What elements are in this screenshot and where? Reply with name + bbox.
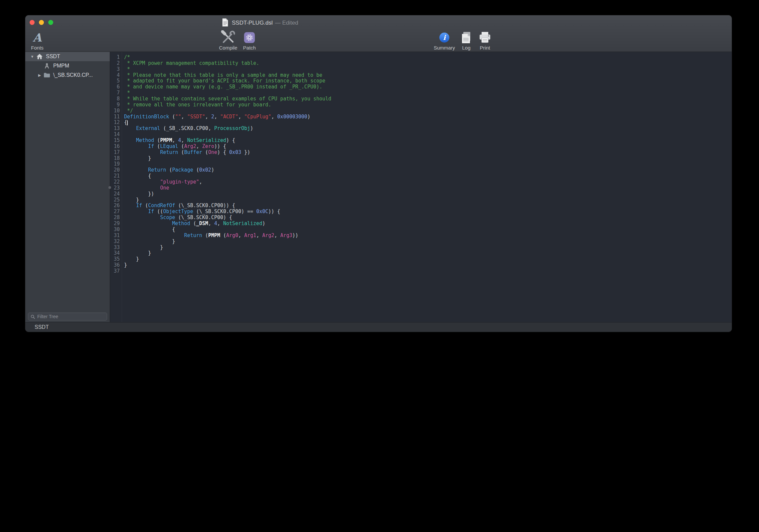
app-window: SSDT-PLUG.dsl— Edited A Fonts Compile xyxy=(25,15,732,332)
code-line[interactable]: } xyxy=(124,256,732,262)
print-button[interactable]: Print xyxy=(475,30,495,51)
line-number: 5 xyxy=(110,78,122,84)
summary-button[interactable]: i Summary xyxy=(428,30,460,51)
code-line[interactable]: */ xyxy=(124,108,732,114)
disclosure-triangle-icon[interactable]: ▼ xyxy=(29,55,36,59)
line-number: 19 xyxy=(110,161,122,167)
line-number: 25 xyxy=(110,197,122,203)
tree-item-sb-sck0-cp[interactable]: ▶\_SB.SCK0.CP... xyxy=(25,70,110,80)
disclosure-triangle-icon[interactable]: ▶ xyxy=(36,73,43,77)
tree-item-pmpm[interactable]: PMPM xyxy=(25,61,110,70)
line-number: 14 xyxy=(110,132,122,138)
code-line[interactable]: "plugin-type", xyxy=(124,179,732,185)
code-line[interactable]: { xyxy=(124,173,732,179)
sidebar: ▼SSDTPMPM▶\_SB.SCK0.CP... xyxy=(25,52,110,322)
code-line[interactable]: } xyxy=(124,197,732,203)
tree-item-label: \_SB.SCK0.CP... xyxy=(53,72,93,78)
line-number-gutter: 1234567891011121314151617181920212223242… xyxy=(110,52,122,322)
zoom-button[interactable] xyxy=(48,20,53,25)
code-line[interactable]: } xyxy=(124,156,732,162)
code-line[interactable]: } xyxy=(124,250,732,256)
toolbar: A Fonts Compile xyxy=(25,30,732,52)
code-line[interactable]: * xyxy=(124,90,732,96)
log-label: Log xyxy=(462,45,470,51)
code-line[interactable]: If (LEqual (Arg2, Zero)) { xyxy=(124,144,732,150)
fonts-icon: A xyxy=(33,32,42,43)
line-number: 8 xyxy=(110,96,122,102)
line-number: 10 xyxy=(110,108,122,114)
line-number: 31 xyxy=(110,233,122,239)
code-line[interactable] xyxy=(124,132,732,138)
line-number: 12 xyxy=(110,120,122,126)
code-line[interactable]: * remove all the ones irrelevant for you… xyxy=(124,102,732,108)
window-title-group: SSDT-PLUG.dsl— Edited xyxy=(222,18,298,28)
minimize-button[interactable] xyxy=(39,20,44,25)
code-line[interactable] xyxy=(124,268,732,274)
line-number: 21 xyxy=(110,173,122,179)
code-line[interactable]: Method (_DSM, 4, NotSerialized) xyxy=(124,221,732,227)
line-number: 37 xyxy=(110,268,122,274)
fonts-button[interactable]: A Fonts xyxy=(27,30,47,51)
line-number: 29 xyxy=(110,221,122,227)
edited-indicator: — Edited xyxy=(275,20,298,26)
code-line[interactable]: * XCPM power management compatibility ta… xyxy=(124,61,732,66)
line-number: 28 xyxy=(110,215,122,221)
filter-tree-input[interactable] xyxy=(37,314,104,320)
line-number: 11 xyxy=(110,114,122,120)
code-line[interactable]: }) xyxy=(124,191,732,197)
patch-icon xyxy=(243,30,256,45)
code-line[interactable]: * and device name may vary (e.g. _SB_.PR… xyxy=(124,84,732,90)
code-line[interactable]: DefinitionBlock ("", "SSDT", 2, "ACDT", … xyxy=(124,114,732,120)
pane-splitter-handle[interactable] xyxy=(108,186,111,189)
code-line[interactable]: One xyxy=(124,185,732,191)
patch-label: Patch xyxy=(243,45,256,51)
code-line[interactable] xyxy=(124,161,732,167)
code-line[interactable]: Method (PMPM, 4, NotSerialized) { xyxy=(124,138,732,144)
code-line[interactable]: } xyxy=(124,262,732,268)
code-line[interactable]: Scope (\_SB.SCK0.CP00) { xyxy=(124,215,732,221)
line-number: 35 xyxy=(110,256,122,262)
tree-item-label: SSDT xyxy=(46,54,60,60)
code-editor[interactable]: 1234567891011121314151617181920212223242… xyxy=(110,52,732,322)
code-line[interactable]: If (CondRefOf (\_SB.SCK0.CP00)) { xyxy=(124,203,732,209)
main-content: ▼SSDTPMPM▶\_SB.SCK0.CP... 12345678910111… xyxy=(25,52,732,322)
code-line[interactable]: Return (PMPM (Arg0, Arg1, Arg2, Arg3)) xyxy=(124,233,732,239)
status-text: SSDT xyxy=(35,324,49,330)
line-number: 32 xyxy=(110,239,122,245)
line-number: 7 xyxy=(110,90,122,96)
tree-item-ssdt[interactable]: ▼SSDT xyxy=(25,52,110,61)
code-area[interactable]: /* * XCPM power management compatibility… xyxy=(122,52,732,322)
window-controls xyxy=(30,20,53,25)
code-line[interactable]: External (_SB_.SCK0.CP00, ProcessorObj) xyxy=(124,126,732,132)
line-number: 18 xyxy=(110,156,122,162)
code-line[interactable]: Return (Buffer (One) { 0x03 }) xyxy=(124,150,732,156)
line-number: 2 xyxy=(110,61,122,66)
window-title: SSDT-PLUG.dsl— Edited xyxy=(232,20,298,26)
printer-icon xyxy=(478,30,492,45)
window-header: SSDT-PLUG.dsl— Edited A Fonts Compile xyxy=(25,15,732,52)
code-line[interactable]: } xyxy=(124,239,732,245)
code-line[interactable]: Return (Package (0x02) xyxy=(124,167,732,173)
line-number: 15 xyxy=(110,138,122,144)
code-line[interactable]: /* xyxy=(124,55,732,61)
line-number: 16 xyxy=(110,144,122,150)
line-number: 26 xyxy=(110,203,122,209)
patch-button[interactable]: Patch xyxy=(240,30,259,51)
code-line[interactable]: * adapted to fit your board's ACPI stack… xyxy=(124,78,732,84)
filter-tree-field[interactable] xyxy=(28,313,107,321)
line-number: 4 xyxy=(110,72,122,78)
close-button[interactable] xyxy=(30,20,35,25)
code-line[interactable]: * xyxy=(124,66,732,72)
code-line[interactable]: * Please note that this table is only a … xyxy=(124,72,732,78)
line-number: 23 xyxy=(110,185,122,191)
code-line[interactable]: If ((ObjectType (\_SB.SCK0.CP00) == 0x0C… xyxy=(124,209,732,215)
log-button[interactable]: Log xyxy=(457,30,476,51)
compile-button[interactable]: Compile xyxy=(214,30,242,51)
code-line[interactable]: { xyxy=(124,120,732,126)
document-icon xyxy=(222,18,229,28)
home-icon xyxy=(36,54,43,60)
code-line[interactable]: * While the table contains several examp… xyxy=(124,96,732,102)
line-number: 22 xyxy=(110,179,122,185)
code-line[interactable]: } xyxy=(124,245,732,251)
code-line[interactable]: { xyxy=(124,227,732,233)
